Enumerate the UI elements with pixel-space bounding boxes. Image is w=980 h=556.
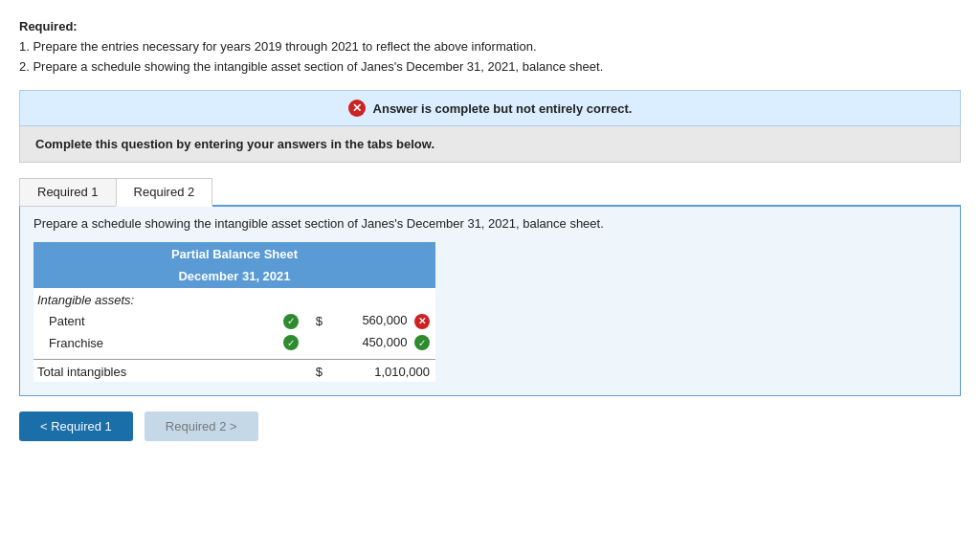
check-icon: ✓ (283, 314, 299, 329)
next-button[interactable]: Required 2 > (145, 411, 258, 441)
franchise-value: 450,000 ✓ (328, 332, 435, 354)
franchise-label: Franchise (33, 332, 275, 354)
section-label: Intangible assets: (33, 288, 275, 310)
balance-sheet: Partial Balance Sheet December 31, 2021 … (33, 242, 435, 382)
patent-dollar: $ (307, 310, 328, 332)
patent-label: Patent (33, 310, 275, 332)
bottom-nav: < Required 1 Required 2 > (19, 411, 961, 441)
tabs-container: Required 1 Required 2 (19, 176, 961, 207)
table-row: Franchise ✓ 450,000 ✓ (33, 332, 435, 354)
required-title: Required: (19, 19, 78, 33)
total-row: Total intangibles $ 1,010,000 (33, 360, 435, 383)
patent-value: 560,000 ✕ (328, 310, 435, 332)
required-header: Required: 1. Prepare the entries necessa… (19, 17, 961, 77)
next-button-label: Required 2 > (166, 419, 237, 434)
franchise-dollar (307, 332, 328, 354)
bs-table: Intangible assets: Patent ✓ $ 560,000 ✕ … (33, 288, 435, 382)
tab-required1-label: Required 1 (37, 185, 99, 199)
prompt-text: Complete this question by entering your … (35, 137, 434, 151)
total-label: Total intangibles (33, 360, 275, 383)
instruction-line1: 1. Prepare the entries necessary for yea… (19, 39, 537, 54)
prev-button-label: < Required 1 (40, 419, 112, 434)
check-icon-2: ✓ (283, 335, 299, 350)
prev-button[interactable]: < Required 1 (19, 411, 133, 441)
bs-subtitle: December 31, 2021 (33, 266, 435, 288)
tab-required2[interactable]: Required 2 (116, 178, 213, 207)
patent-error-icon: ✕ (414, 314, 430, 329)
tab-required1[interactable]: Required 1 (19, 178, 117, 207)
franchise-check-icon: ✓ (414, 335, 430, 350)
section-header-row: Intangible assets: (33, 288, 435, 310)
total-value: 1,010,000 (328, 360, 435, 383)
tab-instruction: Prepare a schedule showing the intangibl… (33, 216, 947, 231)
patent-amount: 560,000 (362, 313, 407, 327)
tab-content: Prepare a schedule showing the intangibl… (19, 207, 961, 396)
banner-text: Answer is complete but not entirely corr… (373, 101, 633, 116)
answer-banner: ✕ Answer is complete but not entirely co… (19, 90, 961, 126)
question-prompt: Complete this question by entering your … (19, 126, 961, 163)
instruction-line2: 2. Prepare a schedule showing the intang… (19, 59, 603, 74)
total-dollar: $ (307, 360, 328, 383)
error-icon: ✕ (348, 100, 366, 117)
patent-status: ✓ (275, 310, 307, 332)
table-row: Patent ✓ $ 560,000 ✕ (33, 310, 435, 332)
franchise-status: ✓ (275, 332, 307, 354)
tab-required2-label: Required 2 (134, 185, 195, 199)
franchise-amount: 450,000 (362, 335, 407, 349)
bs-title: Partial Balance Sheet (33, 242, 435, 266)
